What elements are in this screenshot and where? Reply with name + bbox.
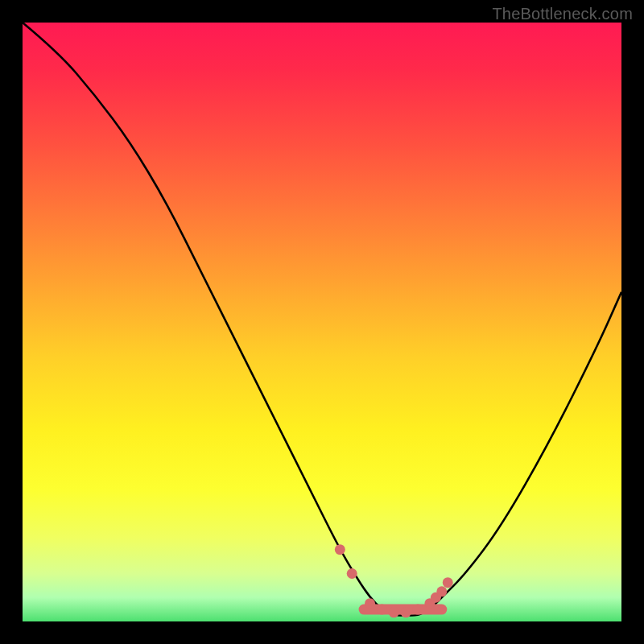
curve-marker-dot — [436, 586, 447, 597]
curve-marker-dot — [401, 607, 411, 617]
curve-layer — [23, 23, 621, 621]
watermark-text: TheBottleneck.com — [492, 5, 633, 23]
curve-marker-dot — [413, 605, 423, 615]
curve-marker-dot — [335, 544, 345, 555]
curve-marker-dot — [347, 568, 357, 579]
bottleneck-curve — [23, 23, 621, 616]
gradient-plot-area — [23, 23, 621, 621]
curve-marker-dot — [377, 605, 387, 615]
curve-marker-dot — [365, 598, 375, 609]
curve-marker-dot — [443, 577, 453, 588]
curve-marker-dot — [389, 607, 399, 617]
